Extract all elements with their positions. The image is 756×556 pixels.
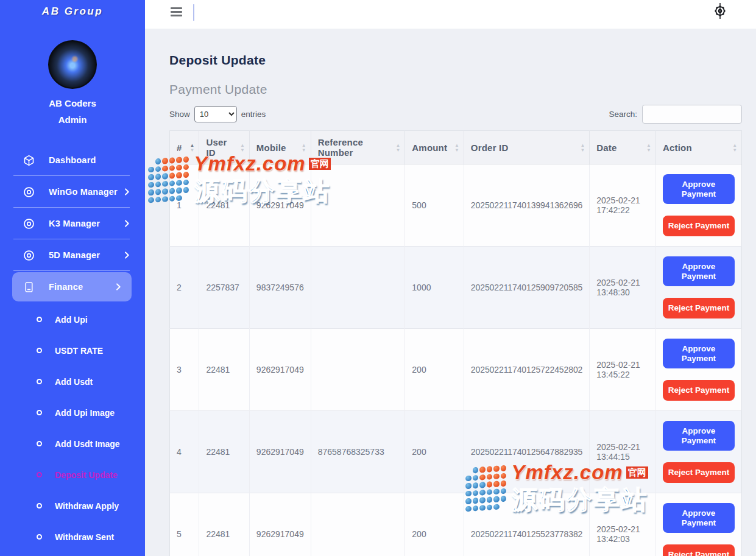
sidebar-item-finance[interactable]: Finance — [12, 272, 132, 301]
reject-payment-button[interactable]: Reject Payment — [663, 216, 735, 236]
cell-num: 4 — [170, 411, 199, 493]
cell-mobile: 9262917049 — [249, 411, 311, 493]
search-label: Search: — [609, 110, 637, 119]
column-header-num[interactable]: #▲▼ — [170, 131, 199, 164]
cell-reference — [311, 329, 405, 411]
card-title: Payment Update — [169, 82, 742, 97]
page-size-select[interactable]: 10 — [194, 106, 237, 122]
cell-user-id: 22481 — [199, 164, 249, 247]
cell-amount: 1000 — [405, 247, 464, 329]
search-input[interactable] — [642, 105, 742, 124]
chevron-right-icon — [122, 250, 132, 260]
submenu-item-label: Deposit Update — [55, 470, 118, 480]
search-control: Search: — [609, 105, 742, 124]
sort-icon: ▲▼ — [732, 143, 737, 152]
submenu-item-add-upi-image[interactable]: Add Upi Image — [0, 397, 145, 428]
bullet-icon — [37, 534, 42, 540]
cell-order-id: 202502211740125523778382 — [464, 493, 589, 556]
sidebar-item-label: WinGo Manager — [49, 187, 122, 197]
approve-payment-button[interactable]: Approve Payment — [663, 503, 735, 533]
sidebar-item-wingo-manager[interactable]: WinGo Manager — [0, 176, 145, 208]
reject-payment-button[interactable]: Reject Payment — [663, 380, 735, 401]
user-name: AB Coders — [0, 98, 145, 108]
submenu-item-add-usdt-image[interactable]: Add Usdt Image — [0, 428, 145, 459]
main-content: Deposit Update Payment Update Show 10 en… — [145, 29, 756, 556]
page-length-control: Show 10 entries — [169, 106, 266, 122]
cell-date: 2025-02-21 13:48:30 — [590, 247, 656, 329]
cell-amount: 200 — [405, 493, 464, 556]
column-header-order-id[interactable]: Order ID▲▼ — [464, 131, 589, 164]
column-header-action[interactable]: Action▲▼ — [655, 131, 741, 164]
table-controls: Show 10 entries Search: — [169, 105, 742, 124]
cell-order-id: 202502211740125909720585 — [464, 247, 589, 329]
app-logo: AB Group — [0, 5, 145, 18]
table-row: 1 22481 9262917049 500 20250221174013994… — [170, 164, 742, 247]
sort-icon: ▲▼ — [454, 143, 459, 152]
cell-date: 2025-02-21 13:42:03 — [590, 493, 656, 556]
hamburger-menu-icon[interactable] — [171, 7, 182, 16]
gear-icon[interactable] — [712, 3, 728, 19]
approve-payment-button[interactable]: Approve Payment — [663, 256, 735, 287]
sort-icon: ▲▼ — [240, 143, 245, 152]
cell-amount: 200 — [405, 411, 464, 493]
cell-date: 2025-02-21 17:42:22 — [590, 164, 656, 247]
reject-payment-button[interactable]: Reject Payment — [663, 544, 735, 556]
submenu-item-label: Add Usdt — [55, 377, 93, 387]
cell-order-id: 202502211740125722452802 — [464, 329, 589, 411]
column-header-date[interactable]: Date▲▼ — [590, 131, 656, 164]
sidebar-item-dashboard[interactable]: Dashboard — [0, 144, 145, 176]
submenu-item-withdraw-apply[interactable]: Withdraw Apply — [0, 490, 145, 521]
submenu-item-withdraw-sent[interactable]: Withdraw Sent — [0, 521, 145, 552]
cell-mobile: 9262917049 — [249, 329, 311, 411]
reject-payment-button[interactable]: Reject Payment — [663, 298, 735, 318]
sort-icon: ▲▼ — [302, 143, 306, 152]
cube-icon — [22, 153, 35, 167]
cell-user-id: 22481 — [199, 411, 249, 493]
reject-payment-button[interactable]: Reject Payment — [663, 462, 735, 483]
deposit-table: #▲▼ User ID▲▼ Mobile▲▼ Reference Number▲… — [169, 130, 742, 556]
cell-date: 2025-02-21 13:45:22 — [590, 329, 656, 411]
sidebar-item-5d-manager[interactable]: 5D Manager — [0, 239, 145, 271]
cell-reference — [311, 493, 405, 556]
sidebar-item-k3-manager[interactable]: K3 Manager — [0, 208, 145, 239]
approve-payment-button[interactable]: Approve Payment — [663, 174, 735, 205]
submenu-item-add-usdt[interactable]: Add Usdt — [0, 366, 145, 397]
bullet-icon — [37, 410, 42, 415]
topbar — [145, 0, 756, 29]
chevron-right-icon — [113, 282, 123, 292]
sidebar-menu: Dashboard WinGo Manager K3 Manager — [0, 144, 145, 552]
bullet-icon — [37, 472, 42, 477]
cell-date: 2025-02-21 13:44:15 — [590, 411, 656, 493]
circle-dot-icon — [22, 185, 35, 199]
chevron-right-icon — [122, 219, 132, 228]
cell-amount: 200 — [405, 329, 464, 411]
cell-num: 3 — [170, 329, 199, 411]
column-header-user-id[interactable]: User ID▲▼ — [199, 131, 249, 164]
page: AB Group AB Coders Admin Dashboard WinGo… — [0, 0, 756, 556]
topbar-divider — [193, 4, 194, 21]
finance-submenu: Add Upi USDT RATE Add Usdt Add Upi Image… — [0, 304, 145, 552]
column-header-reference[interactable]: Reference Number▲▼ — [311, 131, 405, 164]
entries-label: entries — [241, 110, 266, 119]
submenu-item-usdt-rate[interactable]: USDT RATE — [0, 335, 145, 366]
sidebar-item-label: Dashboard — [49, 155, 132, 165]
cell-user-id: 2257837 — [199, 247, 249, 329]
bullet-icon — [37, 503, 42, 508]
approve-payment-button[interactable]: Approve Payment — [663, 421, 735, 451]
submenu-item-label: Withdraw Sent — [55, 532, 114, 542]
sort-icon: ▲▼ — [396, 143, 401, 152]
cell-order-id: 202502211740125647882935 — [464, 411, 589, 493]
cell-user-id: 22481 — [199, 329, 249, 411]
cell-user-id: 22481 — [199, 493, 249, 556]
column-header-mobile[interactable]: Mobile▲▼ — [249, 131, 311, 164]
table-row: 5 22481 9262917049 200 20250221174012552… — [170, 493, 742, 556]
approve-payment-button[interactable]: Approve Payment — [663, 339, 735, 369]
sidebar-item-label: K3 Manager — [49, 219, 122, 228]
cell-mobile: 9262917049 — [249, 493, 311, 556]
sidebar-item-label: 5D Manager — [49, 250, 122, 260]
page-title: Deposit Update — [169, 53, 742, 68]
submenu-item-add-upi[interactable]: Add Upi — [0, 304, 145, 335]
column-header-amount[interactable]: Amount▲▼ — [405, 131, 464, 164]
submenu-item-deposit-update[interactable]: Deposit Update — [0, 459, 145, 490]
bullet-icon — [37, 441, 42, 446]
